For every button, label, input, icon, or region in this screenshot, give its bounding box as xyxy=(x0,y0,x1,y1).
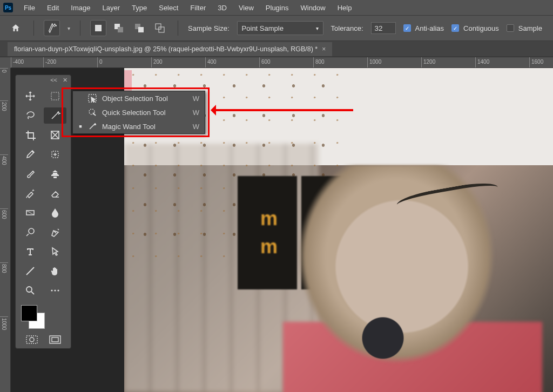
ruler-tick: 400 xyxy=(205,57,259,67)
close-icon[interactable]: × xyxy=(322,45,326,53)
photo-scrunchie xyxy=(353,316,413,360)
quick-selection-icon xyxy=(88,108,97,117)
intersect-selection-icon[interactable] xyxy=(152,20,168,36)
move-tool[interactable] xyxy=(19,88,42,104)
flyout-item-quick-selection[interactable]: Quick Selection Tool W xyxy=(73,105,205,119)
menu-view[interactable]: View xyxy=(233,2,259,14)
home-icon[interactable] xyxy=(8,20,24,36)
menu-window[interactable]: Window xyxy=(295,2,331,14)
pen-tool[interactable] xyxy=(44,224,66,240)
line-tool[interactable] xyxy=(19,263,42,279)
dodge-tool[interactable] xyxy=(19,224,42,240)
menu-layer[interactable]: Layer xyxy=(97,2,126,14)
magic-wand-tool[interactable] xyxy=(44,107,66,124)
flyout-item-magic-wand[interactable]: ■ Magic Wand Tool W xyxy=(73,119,205,133)
brush-tool[interactable] xyxy=(19,166,42,182)
foreground-swatch[interactable] xyxy=(21,305,37,321)
flyout-shortcut: W xyxy=(193,123,199,131)
ruler-tick: 800 xyxy=(0,262,8,316)
separator xyxy=(80,21,80,36)
flyout-label: Quick Selection Tool xyxy=(102,109,166,117)
antialias-check[interactable]: ✓ Anti-alias xyxy=(403,24,444,32)
svg-rect-9 xyxy=(51,92,59,100)
hand-tool[interactable] xyxy=(44,263,66,279)
ruler-tick: 600 xyxy=(259,57,313,67)
eyedropper-tool[interactable] xyxy=(19,146,42,163)
ps-logo: Ps xyxy=(3,3,13,12)
separator xyxy=(178,21,178,36)
lasso-tool[interactable] xyxy=(19,107,42,124)
current-tool-icon[interactable] xyxy=(44,20,60,36)
collapse-icon[interactable]: << xyxy=(50,77,57,83)
eraser-tool[interactable] xyxy=(44,185,66,201)
ruler-tick: 1400 xyxy=(475,57,529,67)
type-tool[interactable] xyxy=(19,244,42,260)
menubar: Ps File Edit Image Layer Type Select Fil… xyxy=(0,0,553,15)
tolerance-input[interactable] xyxy=(371,22,396,34)
quick-mask-icon[interactable] xyxy=(26,335,38,344)
ruler-tick: 0 xyxy=(0,68,8,100)
menu-plugins[interactable]: Plugins xyxy=(260,2,294,14)
menu-type[interactable]: Type xyxy=(126,2,152,14)
marquee-tool[interactable] xyxy=(44,88,66,104)
frame-tool[interactable] xyxy=(44,127,66,143)
ruler-vertical: 0 200 400 600 800 1000 xyxy=(0,68,11,392)
check-icon: ✓ xyxy=(451,24,459,32)
flyout-label: Object Selection Tool xyxy=(102,94,168,103)
svg-rect-20 xyxy=(50,336,60,343)
sample-size-select[interactable]: Point Sample ▾ xyxy=(237,21,323,35)
close-icon[interactable]: ✕ xyxy=(63,77,68,84)
crop-tool[interactable] xyxy=(19,127,42,143)
menu-select[interactable]: Select xyxy=(153,2,184,14)
blur-tool[interactable] xyxy=(44,205,66,221)
ruler-tick: -200 xyxy=(43,57,97,67)
svg-point-1 xyxy=(56,25,57,26)
menu-filter[interactable]: Filter xyxy=(185,2,211,14)
sample-all-label: Sample xyxy=(518,24,542,32)
menu-3d[interactable]: 3D xyxy=(212,2,232,14)
svg-point-16 xyxy=(54,289,56,291)
screen-mode-icon[interactable] xyxy=(49,335,61,344)
active-dot: ■ xyxy=(78,124,83,129)
svg-rect-4 xyxy=(118,27,123,32)
selection-mode-group xyxy=(90,20,168,36)
flyout-label: Magic Wand Tool xyxy=(102,123,156,131)
zoom-tool[interactable] xyxy=(19,282,42,299)
svg-point-0 xyxy=(55,24,56,25)
annotation-arrow xyxy=(213,109,353,111)
ruler-tick: 0 xyxy=(97,57,151,67)
ruler-tick: 600 xyxy=(0,208,8,262)
new-selection-icon[interactable] xyxy=(90,20,106,36)
svg-rect-6 xyxy=(138,27,144,32)
document-tab[interactable]: florian-van-duyn-pXToxwjqIiQ-unsplash.jp… xyxy=(8,42,332,56)
contiguous-check[interactable]: ✓ Contiguous xyxy=(451,24,499,32)
sample-all-check[interactable]: Sample xyxy=(507,24,542,32)
tolerance-label: Tolerance: xyxy=(331,24,363,32)
sample-size-value: Point Sample xyxy=(242,24,284,32)
svg-rect-21 xyxy=(52,337,58,342)
clone-stamp-tool[interactable] xyxy=(44,166,66,182)
ruler-tick: 1600 xyxy=(529,57,553,67)
flyout-shortcut: W xyxy=(193,109,199,117)
magic-wand-icon xyxy=(88,122,97,131)
gradient-tool[interactable] xyxy=(19,205,42,221)
sample-size-label: Sample Size: xyxy=(188,24,230,32)
svg-point-17 xyxy=(57,289,59,291)
add-selection-icon[interactable] xyxy=(111,20,127,36)
menu-help[interactable]: Help xyxy=(332,2,358,14)
color-swatches[interactable] xyxy=(16,302,71,332)
menu-image[interactable]: Image xyxy=(65,2,96,14)
subtract-selection-icon[interactable] xyxy=(131,20,147,36)
history-brush-tool[interactable] xyxy=(19,185,42,201)
path-select-tool[interactable] xyxy=(44,244,66,260)
options-bar: ▾ Sample Size: Point Sample ▾ Tolerance:… xyxy=(0,15,553,41)
menu-edit[interactable]: Edit xyxy=(42,2,64,14)
healing-brush-tool[interactable] xyxy=(44,146,66,163)
more-tool[interactable] xyxy=(44,282,66,299)
flyout-item-object-selection[interactable]: Object Selection Tool W xyxy=(73,91,205,105)
ruler-tick: -400 xyxy=(11,57,43,67)
ruler-tick: 800 xyxy=(313,57,367,67)
chevron-down-icon[interactable]: ▾ xyxy=(68,25,70,31)
tool-flyout: Object Selection Tool W Quick Selection … xyxy=(72,91,205,134)
menu-file[interactable]: File xyxy=(18,2,41,14)
